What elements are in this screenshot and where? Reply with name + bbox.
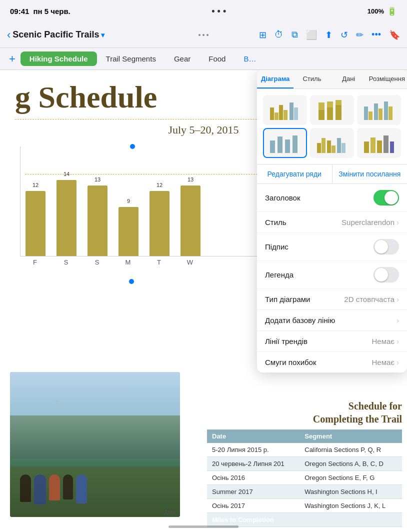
- panel-row-error-bars[interactable]: Смуги похибок Немає ›: [257, 352, 407, 372]
- svg-rect-8: [327, 108, 333, 120]
- toolbar-dots: [198, 34, 208, 36]
- svg-rect-26: [337, 138, 341, 153]
- svg-rect-12: [364, 106, 368, 120]
- tab-bar: + Hiking Schedule Trail Segments Gear Fo…: [0, 48, 407, 70]
- panel-tab-diagram[interactable]: Діаграма: [257, 70, 294, 88]
- caption-toggle[interactable]: [374, 239, 399, 254]
- tab-gear[interactable]: Gear: [165, 52, 200, 66]
- svg-rect-10: [336, 105, 342, 120]
- chart-container[interactable]: 12 14 13 9: [20, 146, 265, 276]
- error-bars-chevron-icon: ›: [396, 358, 399, 366]
- add-tab-button[interactable]: +: [4, 52, 20, 66]
- tab-hiking-schedule[interactable]: Hiking Schedule: [20, 52, 97, 66]
- svg-rect-15: [378, 108, 382, 120]
- battery-label: 100%: [368, 8, 384, 15]
- table-row: Осінь 2016 Oregon Sections E, F, G: [207, 471, 402, 485]
- panel-row-title-label: Заголовок: [265, 194, 300, 202]
- panel-tab-placement[interactable]: Розміщення: [367, 70, 407, 88]
- svg-rect-9: [327, 102, 333, 108]
- panel-row-style-label: Стиль: [265, 218, 286, 226]
- trendlines-value: Немає: [372, 337, 394, 346]
- ellipsis-icon[interactable]: •••: [372, 30, 381, 40]
- svg-rect-1: [274, 112, 278, 120]
- legend-toggle[interactable]: [374, 267, 399, 282]
- panel-row-chart-type-label: Тип діаграми: [265, 295, 310, 304]
- panel-actions: Редагувати ряди Змінити посилання: [257, 164, 407, 184]
- panel-row-trendlines[interactable]: Лінії трендів Немає ›: [257, 331, 407, 352]
- status-center: • • •: [212, 6, 226, 16]
- bird-icon: ~: [55, 397, 60, 406]
- schedule-title: Schedule forCompleting the Trail: [207, 400, 402, 426]
- tab-extra[interactable]: B…: [234, 52, 265, 66]
- clock-icon[interactable]: ⏱: [274, 30, 284, 40]
- panel-tab-data[interactable]: Дані: [330, 70, 367, 88]
- bar-3: 13: [88, 186, 108, 256]
- svg-rect-6: [318, 110, 324, 120]
- col-segment-header: Segment: [300, 430, 402, 443]
- svg-rect-11: [336, 100, 342, 105]
- chart-type-grouped-bar[interactable]: [263, 95, 307, 125]
- panel-tab-style[interactable]: Стиль: [294, 70, 330, 88]
- photo-figures: [20, 474, 87, 504]
- photo-icon[interactable]: ⬜: [306, 30, 317, 40]
- chart-x-labels: F S S M T W: [20, 256, 265, 266]
- svg-rect-5: [294, 108, 298, 120]
- share-icon[interactable]: ⬆: [325, 30, 332, 40]
- bar-1: 12: [26, 191, 46, 256]
- panel-row-legend: Легенда: [257, 261, 407, 289]
- panel-row-style[interactable]: Стиль Superclarendon ›: [257, 212, 407, 233]
- svg-rect-0: [270, 108, 274, 120]
- change-link-button[interactable]: Змінити посилання: [332, 164, 408, 184]
- photo-caption: Дата: [164, 509, 176, 515]
- svg-rect-19: [278, 136, 282, 153]
- svg-rect-24: [327, 140, 331, 153]
- toolbar-icons: ⊞ ⏱ ⧉ ⬜ ⬆ ↺ ✏ ••• 🔖: [259, 30, 400, 40]
- svg-rect-17: [388, 106, 392, 120]
- panel-row-caption: Підпис: [257, 233, 407, 261]
- layers-icon[interactable]: ⧉: [292, 30, 298, 40]
- style-chevron-icon: ›: [396, 218, 399, 226]
- svg-rect-21: [292, 136, 298, 153]
- chart-type-selector: [257, 89, 407, 164]
- photo-container: ~ Дата: [10, 372, 180, 517]
- back-button[interactable]: ‹: [7, 28, 10, 42]
- status-time: 09:41 пн 5 черв.: [10, 7, 70, 16]
- tab-trail-segments[interactable]: Trail Segments: [97, 52, 165, 66]
- panel-tabs: Діаграма Стиль Дані Розміщення: [257, 70, 407, 89]
- title-toggle[interactable]: [374, 190, 399, 206]
- panel-row-trendlines-label: Лінії трендів: [265, 337, 308, 346]
- bar-5: 12: [150, 191, 170, 256]
- photo-background: ~: [10, 372, 180, 517]
- document-title: Scenic Pacific Trails ▾: [12, 30, 104, 40]
- bookmark-icon[interactable]: 🔖: [389, 30, 400, 40]
- svg-rect-22: [317, 143, 321, 153]
- status-right: 100% 🔋: [368, 6, 397, 16]
- main-content: g Schedule July 5–20, 2015 12 14: [0, 70, 407, 532]
- chart-type-grouped-bar-2[interactable]: [357, 95, 401, 125]
- dot2: [202, 34, 204, 36]
- tab-food[interactable]: Food: [200, 52, 234, 66]
- pen-icon[interactable]: ✏: [356, 30, 364, 40]
- dot3: [206, 34, 208, 36]
- svg-rect-32: [390, 142, 394, 153]
- panel-row-legend-label: Легенда: [265, 270, 294, 279]
- panel-row-chart-type[interactable]: Тип діаграми 2D стовпчаста ›: [257, 289, 407, 310]
- panel-row-title: Заголовок: [257, 184, 407, 212]
- edit-rows-button[interactable]: Редагувати ряди: [257, 164, 332, 184]
- home-indicator: [168, 526, 238, 528]
- undo-icon[interactable]: ↺: [340, 30, 348, 40]
- chart-type-stacked-bar[interactable]: [310, 95, 354, 125]
- chart-type-scatter[interactable]: [357, 128, 401, 158]
- chart-type-area[interactable]: [310, 128, 354, 158]
- panel-row-baseline[interactable]: Додати базову лінію ›: [257, 310, 407, 331]
- title-chevron-icon[interactable]: ▾: [101, 31, 104, 39]
- baseline-chevron-icon: ›: [396, 316, 399, 324]
- chart-bottom-handle[interactable]: [129, 279, 134, 284]
- chart-type-chevron-icon: ›: [396, 295, 399, 304]
- chart-type-line[interactable]: [263, 128, 307, 158]
- svg-rect-14: [374, 104, 378, 120]
- svg-rect-25: [332, 146, 336, 153]
- table-icon[interactable]: ⊞: [259, 30, 266, 40]
- bar-4: 9: [118, 207, 138, 256]
- table-row: Summer 2017 Washington Sections H, I: [207, 485, 402, 499]
